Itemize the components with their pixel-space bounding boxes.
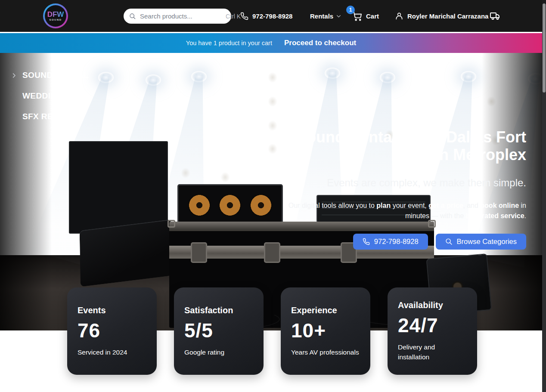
menu-item-weddings[interactable]: WEDDINGS bbox=[9, 89, 89, 103]
menu-item-label: SFX RENTAL bbox=[22, 112, 75, 121]
cart-button[interactable]: 1 Cart bbox=[352, 0, 379, 32]
chevron-right-icon bbox=[9, 72, 19, 79]
header-phone-number: 972-798-8928 bbox=[252, 12, 292, 20]
wedge-monitor bbox=[80, 219, 173, 287]
stat-card-satisfaction: Satisfaction 5/5 Google rating bbox=[174, 287, 264, 375]
menu-item-sfx-rental[interactable]: SFX RENTAL bbox=[9, 110, 89, 123]
delivery-button[interactable] bbox=[490, 0, 500, 32]
stat-title: Experience bbox=[291, 306, 360, 315]
stat-value: 24/7 bbox=[398, 315, 467, 336]
stat-value: 5/5 bbox=[184, 320, 253, 341]
page: DFW SOUND Ctrl K 972-798-8928 Rentals 1 … bbox=[0, 0, 546, 392]
header-divider bbox=[0, 32, 546, 33]
stat-card-events: Events 76 Serviced in 2024 bbox=[67, 287, 157, 375]
chevron-down-icon bbox=[336, 13, 341, 19]
cart-label: Cart bbox=[366, 12, 379, 20]
stat-value: 10+ bbox=[291, 320, 360, 341]
stat-caption: Serviced in 2024 bbox=[78, 347, 146, 357]
site-header: DFW SOUND Ctrl K 972-798-8928 Rentals 1 … bbox=[0, 0, 546, 32]
stat-card-availability: Availability 24/7 Delivery and installat… bbox=[388, 287, 477, 375]
search-icon bbox=[445, 238, 453, 245]
spotlight bbox=[146, 74, 161, 86]
spotlight bbox=[191, 71, 207, 82]
phone-icon bbox=[240, 12, 248, 20]
scrollbar-thumb[interactable] bbox=[543, 3, 546, 93]
stat-title: Satisfaction bbox=[184, 306, 253, 315]
spotlight bbox=[380, 72, 395, 83]
hero-content: Sound Rental in the Dallas Fort Worth Me… bbox=[264, 128, 526, 250]
hero-buttons: 972-798-8928 Browse Categories bbox=[264, 234, 526, 250]
search-icon bbox=[129, 13, 136, 20]
scrollbar[interactable] bbox=[542, 0, 546, 392]
proceed-to-checkout-link[interactable]: Proceed to checkout bbox=[284, 39, 356, 47]
call-phone-button[interactable]: 972-798-8928 bbox=[353, 234, 428, 250]
logo-text: DFW bbox=[47, 11, 64, 18]
logo-subtext: SOUND bbox=[49, 19, 62, 21]
user-name: Royler Marichal Carrazana bbox=[407, 12, 488, 20]
spotlight bbox=[98, 72, 114, 83]
cart-banner: You have 1 product in your cart Proceed … bbox=[0, 33, 542, 53]
stat-card-experience: Experience 10+ Years AV professionals bbox=[281, 287, 370, 375]
page-title: Sound Rental in the Dallas Fort Worth Me… bbox=[292, 128, 526, 164]
stat-caption: Years AV professionals bbox=[291, 347, 360, 357]
account-menu[interactable]: Royler Marichal Carrazana bbox=[395, 0, 488, 32]
hero-subtitle: Events are complex, we make them simple. bbox=[264, 177, 526, 189]
search-input[interactable] bbox=[140, 12, 226, 20]
speaker-cone bbox=[188, 194, 211, 217]
browse-categories-button[interactable]: Browse Categories bbox=[436, 234, 526, 250]
search-shortcut: Ctrl K bbox=[226, 13, 241, 20]
rentals-label: Rentals bbox=[310, 12, 333, 20]
stat-title: Availability bbox=[398, 300, 467, 310]
stat-caption: Google rating bbox=[184, 347, 253, 357]
header-phone-link[interactable]: 972-798-8928 bbox=[240, 0, 292, 32]
search-bar[interactable]: Ctrl K bbox=[124, 9, 231, 24]
rentals-menu[interactable]: Rentals bbox=[310, 0, 341, 32]
logo-ring: DFW SOUND bbox=[43, 3, 68, 28]
road-case-left bbox=[69, 141, 168, 234]
truck-icon bbox=[490, 11, 500, 21]
cart-count-badge: 1 bbox=[346, 6, 355, 14]
menu-item-sound-rental[interactable]: SOUND RENTAL bbox=[9, 68, 89, 82]
hero-category-menu: SOUND RENTAL WEDDINGS SFX RENTAL bbox=[9, 68, 89, 130]
stats-section: Events 76 Serviced in 2024 Satisfaction … bbox=[67, 287, 477, 375]
cart-banner-message: You have 1 product in your cart bbox=[186, 40, 272, 46]
phone-icon bbox=[363, 238, 370, 245]
speaker-cone bbox=[218, 194, 242, 217]
stat-title: Events bbox=[78, 306, 146, 315]
menu-item-label: WEDDINGS bbox=[22, 91, 69, 101]
user-icon bbox=[395, 12, 403, 20]
stat-value: 76 bbox=[78, 320, 146, 341]
stat-caption: Delivery and installation bbox=[398, 342, 467, 362]
spotlight bbox=[461, 71, 476, 82]
spotlight bbox=[325, 68, 340, 79]
menu-item-label: SOUND RENTAL bbox=[22, 71, 89, 80]
brand-logo[interactable]: DFW SOUND bbox=[43, 3, 68, 28]
hero-description: Our digital tools allow you to plan your… bbox=[264, 201, 526, 221]
